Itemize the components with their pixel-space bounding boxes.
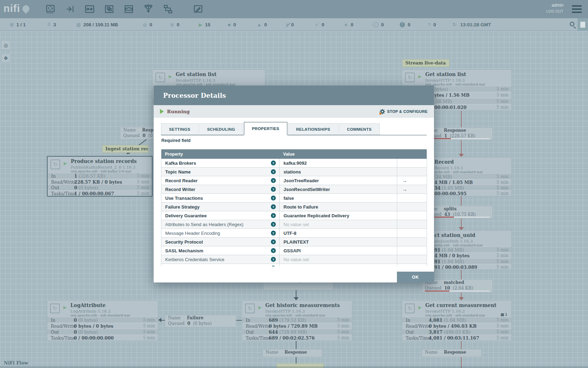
help-icon[interactable]: ? [271,169,276,174]
help-icon[interactable]: ? [271,231,276,236]
required-field-note: Required field [161,138,190,143]
processor-stat-row: Tasks/Time689 / 00:02:02.5765 min [242,335,352,341]
stat-value-bold: 689 / 00:02:02.576 [269,335,315,341]
note-icon [580,22,585,28]
bulletin-board-button[interactable] [578,18,588,31]
processor-icon[interactable] [46,4,55,14]
remote-process-group-icon[interactable] [124,4,134,14]
processor-stat-row: Read/Write228.57 KB / 0 bytes5 min [48,179,152,185]
help-icon[interactable]: ? [271,161,276,165]
help-icon[interactable]: ? [271,187,276,192]
stat-value-bold: 91 [434,247,440,253]
refresh-icon[interactable]: ↻ [453,18,457,31]
connection-name-key: Name [425,350,441,355]
input-port-icon[interactable] [65,4,75,14]
canvas-label[interactable]: Ingest station records [102,145,149,153]
go-to-service-cell: → [397,185,427,193]
go-to-service-icon[interactable]: → [402,178,407,183]
processor-stats: In1 (228.57 KB)5 minRead/Write228.57 KB … [48,173,152,196]
help-icon[interactable]: ? [271,178,276,183]
help-icon[interactable]: ? [271,248,276,253]
tab-settings[interactable]: SETTINGS [161,123,198,135]
label-icon[interactable] [193,4,203,14]
stat-label: Out [51,329,59,335]
stat-value-bold: 4,081 [429,318,442,323]
process-group-icon[interactable] [104,4,114,14]
stat-value: 0 bytes / 0 bytes [74,323,113,329]
stat-period: 5 min [497,87,509,91]
canvas-pan-button[interactable]: ✥ [1,53,10,63]
stat-period: 5 min [143,323,155,328]
property-value[interactable]: JsonTreeReader [280,176,397,185]
property-value[interactable]: kafka:9092 [280,159,397,167]
connection-label-failure[interactable]: NameFailureQueued0(0 bytes) [165,315,236,327]
processor-stat-row: Out0 (0 bytes)5 min [47,329,158,335]
tab-comments[interactable]: COMMENTS [339,123,380,135]
property-value[interactable]: stations [280,168,397,176]
canvas-label[interactable]: Stream live-data [402,59,449,67]
stat-period: 5 min [497,93,509,97]
stat-value-bold: 00:00:01.020 [434,105,467,110]
tab-relationships[interactable]: RELATIONSHIPS [288,123,338,135]
property-value[interactable]: false [280,194,397,202]
connection-line [461,270,462,280]
connection-arrowhead-icon [294,297,299,300]
help-icon[interactable]: ? [271,204,276,209]
active-threads-icon: ⠿ [47,22,51,27]
help-icon[interactable]: ? [271,222,276,227]
processor-get-current-measurement[interactable]: ↻▶Get current measurementInvokeHTTP 1.16… [402,300,512,341]
stat-period: 5 min [497,323,509,328]
help-icon[interactable]: ? [271,266,276,266]
connection-label-response-bottom-right[interactable]: NameResponse [422,349,482,357]
stat-value-bold: 644 [269,329,278,335]
help-icon[interactable]: ? [271,257,276,262]
property-value[interactable]: No value set [280,220,397,229]
status-item-transmitting: ◎0 [143,18,152,31]
tab-scheduling[interactable]: SCHEDULING [199,123,243,135]
status-item-sync-failure: !0 [400,18,411,31]
stopped-icon: ■ [228,22,231,27]
funnel-icon[interactable] [144,4,153,14]
status-item-locally-modified: ∗0 [344,18,353,31]
search-icon[interactable] [570,22,574,26]
help-icon[interactable]: ? [271,239,276,244]
processor-stats: In689 (179.52 KB)5 minRead/Write0 bytes … [242,317,352,341]
breadcrumb[interactable]: NiFi Flow [4,360,28,366]
processor-name: Produce station records [71,158,136,164]
property-value[interactable]: Guarantee Replicated Delivery [280,211,397,220]
property-value[interactable]: JsonRecordSetWriter [280,185,397,193]
output-port-icon[interactable] [85,4,94,14]
property-value[interactable]: No value set [280,264,397,266]
stat-value-bold: ytes / 1.56 MB [434,93,470,98]
template-icon[interactable] [163,4,173,14]
canvas-insight-button[interactable]: ◎ [1,40,10,50]
stat-value: 4 MB / 1.05 MB [434,180,473,185]
property-value[interactable]: PLAINTEXT [280,238,397,246]
processor-produce-station-records[interactable]: ↻▶Produce station recordsPublishKafkaRec… [47,156,153,197]
property-value[interactable]: GSSAPI [280,246,397,255]
stat-value: 4,081 (1.04 MB) [429,318,466,323]
property-row: Message Header Encoding?UTF-8 [161,229,427,238]
global-menu-icon[interactable] [572,5,582,13]
property-value[interactable]: Route to Failure [280,203,397,211]
connection-label-response-bottom-mid[interactable]: NameResponse [262,349,322,357]
nifi-logo[interactable]: nifi [4,3,29,14]
connection-name-key: Name [168,315,184,320]
logout-link[interactable]: LOG OUT [546,9,564,13]
help-icon[interactable]: ? [271,196,276,200]
processor-log-attribute[interactable]: ↻▶LogAttributeLogAttribute 1.16.3org.apa… [47,300,158,341]
property-value[interactable]: UTF-8 [280,229,397,237]
running-state-icon: ▶ [418,74,421,79]
tab-properties[interactable]: PROPERTIES [244,122,287,135]
status-item-cluster: ⊞1 / 1 [10,18,26,31]
processor-header: ↻▶Get current measurementInvokeHTTP 1.16… [402,301,511,317]
ok-button[interactable]: OK [397,272,434,282]
property-value[interactable]: No value set [280,255,397,264]
help-icon[interactable]: ? [271,213,276,218]
connection-line [461,341,462,349]
go-to-service-icon[interactable]: → [402,186,407,192]
stop-and-configure-button[interactable]: STOP & CONFIGURE [380,109,428,114]
queue-usage-bar [425,291,490,292]
processor-get-historic-measurements[interactable]: ↻▶Get historic measurementsInvokeHTTP 1.… [242,300,352,341]
stat-value-bold: 689 [269,318,278,323]
